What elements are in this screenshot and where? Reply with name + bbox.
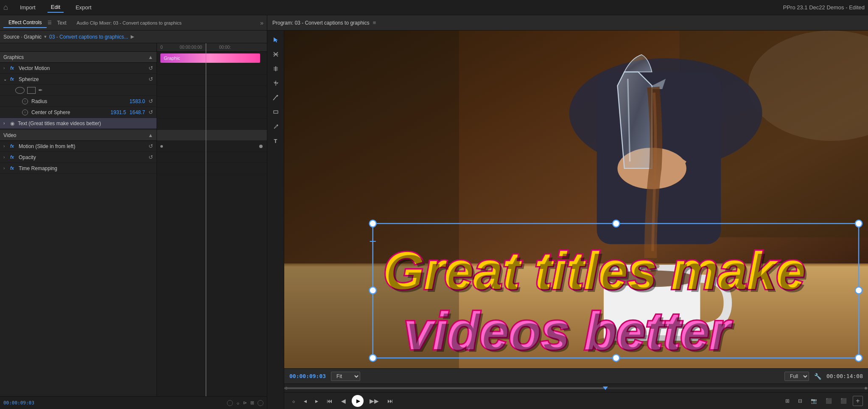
btn-add[interactable]: + <box>853 396 863 406</box>
menu-edit[interactable]: Edit <box>48 2 64 13</box>
tool-ripple[interactable] <box>270 63 282 75</box>
vector-motion-reset[interactable]: ↺ <box>148 65 153 71</box>
menu-import[interactable]: Import <box>17 3 39 12</box>
btn-next-keyframe[interactable]: ▸ <box>313 396 321 406</box>
motion-fx-label: fx <box>10 144 17 148</box>
expand-btn[interactable]: ⊞ <box>250 400 254 406</box>
btn-play[interactable]: ▶ <box>352 395 364 407</box>
spherize-pen-tool[interactable]: ✒ <box>38 87 43 93</box>
motion-kf-left <box>160 145 163 148</box>
spherize-row: ⌄ fx Spherize ↺ <box>0 74 157 85</box>
scroll-left-btn[interactable] <box>227 400 233 406</box>
ruler-0: 0 <box>160 45 163 50</box>
btn-overwrite[interactable]: ⊟ <box>795 396 805 406</box>
video-section-collapse[interactable]: ▲ <box>148 132 153 138</box>
wrench-icon[interactable]: 🔧 <box>814 373 821 380</box>
video-container: + Great titles make videos better Great … <box>284 31 868 368</box>
graphics-section-header: Graphics ▲ <box>0 52 157 63</box>
motion-expand[interactable]: › <box>3 144 8 148</box>
step-frame-btn[interactable]: ⊳ <box>243 400 247 406</box>
fit-dropdown[interactable]: Fit 25% 50% 75% 100% <box>331 372 360 381</box>
kf-video-section <box>157 130 267 141</box>
tool-razor[interactable] <box>270 92 282 104</box>
monitor-header: Program: 03 - Convert captions to graphi… <box>267 15 868 31</box>
btn-step-forward[interactable]: ▶▶ <box>367 396 381 406</box>
effect-controls-menu-icon[interactable]: ☰ <box>48 20 52 25</box>
tool-selection[interactable] <box>270 34 282 46</box>
home-icon[interactable]: ⌂ <box>3 3 8 12</box>
tab-audio-clip-mixer[interactable]: Audio Clip Mixer: 03 - Convert captions … <box>72 19 187 27</box>
svg-marker-0 <box>274 37 278 42</box>
tool-trim[interactable] <box>270 48 282 60</box>
scroll-right-btn[interactable] <box>258 400 263 406</box>
monitor-controls: 00:00:09:03 Fit 25% 50% 75% 100% Full 1/… <box>284 368 868 384</box>
btn-go-to-in[interactable]: ⏮ <box>324 396 335 406</box>
vector-motion-row: › fx Vector Motion ↺ <box>0 63 157 74</box>
main-layout: Effect Controls ☰ Text Audio Clip Mixer:… <box>0 15 868 409</box>
monitor-layout: T <box>267 31 868 409</box>
graphic-clip-label: Graphic <box>164 56 180 61</box>
spherize-reset[interactable]: ↺ <box>148 76 153 82</box>
btn-compare[interactable]: ⬛ <box>838 396 849 406</box>
opacity-expand[interactable]: › <box>3 155 8 160</box>
radius-reset[interactable]: ↺ <box>148 98 153 104</box>
text-layer-expand[interactable]: › <box>3 121 8 126</box>
vector-motion-expand[interactable]: › <box>3 66 8 70</box>
btn-insert[interactable]: ⊞ <box>783 396 792 406</box>
playhead[interactable] <box>603 387 608 390</box>
btn-step-back[interactable]: ◀ <box>339 396 348 406</box>
kf-text <box>157 119 267 130</box>
video-section-header: Video ▲ <box>0 130 157 141</box>
time-remapping-fx-label: fx <box>10 166 17 171</box>
panel-chevron[interactable]: » <box>260 20 263 26</box>
video-section-title: Video <box>3 132 16 138</box>
radius-value[interactable]: 1583.0 <box>129 98 145 104</box>
graphic-clip-bar[interactable]: Graphic <box>160 53 260 63</box>
monitor-menu-icon[interactable]: ≡ <box>373 20 376 26</box>
spherize-expand[interactable]: ⌄ <box>3 77 8 81</box>
filter-icon[interactable]: ⬦ <box>236 400 240 406</box>
kf-center-sphere <box>157 108 267 119</box>
time-remapping-expand[interactable]: › <box>3 166 8 171</box>
tool-pen[interactable] <box>270 120 282 132</box>
spherize-oval-shape[interactable] <box>15 87 25 94</box>
center-sphere-value1[interactable]: 1931.5 <box>111 109 126 115</box>
playback-bar[interactable] <box>284 384 868 392</box>
tab-effect-controls[interactable]: Effect Controls <box>3 18 47 28</box>
source-dropdown-arrow[interactable]: ▾ <box>44 34 47 39</box>
source-nav-arrow[interactable]: ▶ <box>131 34 134 39</box>
effect-controls-bottom: 00:00:09:03 ⬦ ⊳ ⊞ <box>0 396 267 409</box>
graphics-section-collapse[interactable]: ▲ <box>148 54 153 60</box>
transport-controls: ⬦ ◂ ▸ ⏮ ◀ ▶ ▶▶ ⏭ ⊞ ⊟ 📷 ⬛ ⬛ + <box>284 392 868 409</box>
playback-track[interactable] <box>284 387 868 389</box>
spherize-rect-shape[interactable] <box>27 87 36 94</box>
kf-shapes <box>157 86 267 97</box>
tab-text[interactable]: Text <box>52 18 71 28</box>
spherize-shapes-row: ✒ <box>0 85 157 96</box>
right-panel: Program: 03 - Convert captions to graphi… <box>267 15 868 409</box>
center-sphere-value2[interactable]: 1648.7 <box>129 109 145 115</box>
text-layer-eye[interactable]: ◉ <box>10 120 16 126</box>
source-row: Source · Graphic ▾ 03 - Convert captions… <box>0 31 267 43</box>
opacity-reset[interactable]: ↺ <box>148 154 153 160</box>
vector-motion-fx-label: fx <box>10 66 17 70</box>
motion-reset[interactable]: ↺ <box>148 143 153 149</box>
monitor-timecode[interactable]: 00:00:09:03 <box>289 373 326 379</box>
tool-text[interactable]: T <box>270 135 282 147</box>
kf-time-remapping <box>157 163 267 174</box>
quality-dropdown[interactable]: Full 1/2 1/4 <box>784 372 809 381</box>
svg-rect-1 <box>274 111 278 113</box>
btn-in-point[interactable]: ⬦ <box>289 396 298 406</box>
text-layer-row: › ◉ Text (Great titles make videos bette… <box>0 118 157 129</box>
source-clip[interactable]: 03 - Convert captions to graphics... <box>49 34 128 40</box>
btn-export-frame[interactable]: ⬛ <box>823 396 834 406</box>
btn-go-to-out[interactable]: ⏭ <box>385 396 396 406</box>
kf-radius <box>157 97 267 108</box>
tool-slip[interactable] <box>270 106 282 118</box>
center-sphere-reset[interactable]: ↺ <box>148 109 153 115</box>
tool-rolling[interactable] <box>270 77 282 89</box>
btn-camera[interactable]: 📷 <box>808 396 820 406</box>
menu-export[interactable]: Export <box>72 3 95 12</box>
btn-prev-keyframe[interactable]: ◂ <box>301 396 309 406</box>
kf-opacity <box>157 152 267 163</box>
